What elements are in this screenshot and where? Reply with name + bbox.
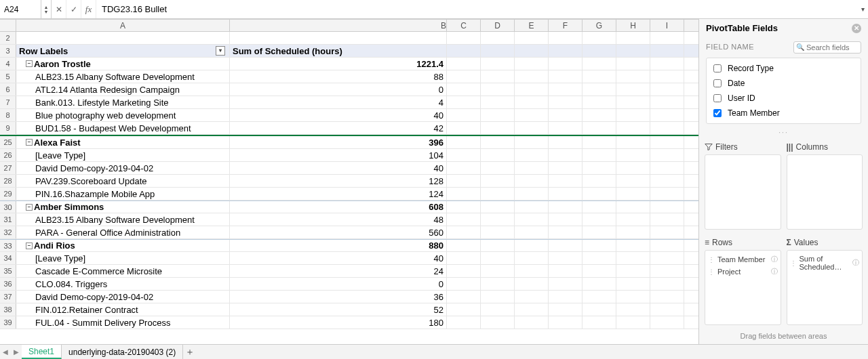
row-header[interactable]: 9 bbox=[0, 122, 16, 134]
cell[interactable] bbox=[549, 136, 583, 148]
field-checkbox[interactable] bbox=[713, 109, 722, 117]
cell[interactable] bbox=[481, 240, 515, 251]
cell[interactable] bbox=[616, 240, 650, 251]
cell[interactable]: 48 bbox=[230, 213, 447, 226]
cell[interactable]: BUD1.58 - Budapest Web Development bbox=[16, 122, 230, 134]
cell[interactable]: 180 bbox=[230, 316, 447, 329]
cell[interactable] bbox=[583, 96, 616, 108]
cell[interactable] bbox=[583, 252, 616, 264]
cell[interactable] bbox=[447, 303, 481, 316]
sheet-tab[interactable]: underlying-data-20190403 (2) bbox=[62, 345, 183, 359]
cell[interactable]: 36 bbox=[230, 291, 447, 303]
cell[interactable] bbox=[447, 32, 481, 44]
field-item[interactable]: Date bbox=[711, 76, 856, 91]
cell[interactable] bbox=[583, 58, 616, 70]
column-header[interactable]: B bbox=[230, 20, 447, 31]
cell[interactable]: 52 bbox=[230, 303, 447, 316]
cell[interactable] bbox=[650, 83, 684, 96]
column-header[interactable]: C bbox=[447, 20, 481, 31]
row-header[interactable]: 8 bbox=[0, 109, 16, 121]
column-header[interactable]: I bbox=[650, 20, 684, 31]
cell[interactable] bbox=[515, 136, 549, 148]
values-drop-area[interactable]: ⋮Sum of Scheduled…ⓘ bbox=[787, 250, 863, 325]
row-header[interactable]: 38 bbox=[0, 303, 16, 316]
cell[interactable]: FUL.04 - Summit Delivery Process bbox=[16, 316, 230, 329]
cell[interactable] bbox=[515, 316, 549, 329]
cell[interactable] bbox=[515, 149, 549, 161]
cell[interactable] bbox=[447, 122, 481, 134]
cell[interactable] bbox=[447, 96, 481, 108]
cell[interactable] bbox=[447, 45, 481, 57]
cell[interactable] bbox=[583, 303, 616, 316]
cell[interactable] bbox=[650, 213, 684, 226]
column-header[interactable]: D bbox=[481, 20, 515, 31]
row-header[interactable]: 30 bbox=[0, 201, 16, 213]
cell[interactable] bbox=[481, 278, 515, 290]
cell[interactable]: David Demo-copy-2019-04-02 bbox=[16, 162, 230, 174]
cell[interactable] bbox=[583, 201, 616, 213]
cell[interactable] bbox=[481, 226, 515, 238]
cell[interactable] bbox=[481, 58, 515, 70]
cell[interactable] bbox=[549, 201, 583, 213]
formula-expand-button[interactable]: ▾ bbox=[857, 5, 868, 13]
cell[interactable] bbox=[583, 32, 616, 44]
cell[interactable] bbox=[650, 226, 684, 238]
cell[interactable] bbox=[447, 136, 481, 148]
cell[interactable] bbox=[616, 109, 650, 121]
cell[interactable] bbox=[549, 213, 583, 226]
info-icon[interactable]: ⓘ bbox=[852, 258, 859, 268]
cell[interactable] bbox=[549, 252, 583, 264]
cell[interactable] bbox=[549, 70, 583, 83]
cell[interactable]: − Andi Rios bbox=[16, 240, 230, 251]
cell[interactable]: Blue photography web development bbox=[16, 109, 230, 121]
cell[interactable] bbox=[481, 96, 515, 108]
cell[interactable] bbox=[650, 291, 684, 303]
collapse-icon[interactable]: − bbox=[26, 204, 33, 211]
cell[interactable] bbox=[515, 70, 549, 83]
cell[interactable] bbox=[616, 278, 650, 290]
cell[interactable] bbox=[583, 83, 616, 96]
cell[interactable] bbox=[515, 32, 549, 44]
cell[interactable] bbox=[515, 265, 549, 277]
cell[interactable]: PAV.239.Scoreboard Update bbox=[16, 175, 230, 187]
cell[interactable] bbox=[549, 278, 583, 290]
cell[interactable]: 0 bbox=[230, 278, 447, 290]
cell[interactable] bbox=[481, 162, 515, 174]
cell[interactable]: Cascade E-Commerce Microsite bbox=[16, 265, 230, 277]
cell[interactable] bbox=[650, 96, 684, 108]
cell[interactable] bbox=[616, 226, 650, 238]
collapse-icon[interactable]: − bbox=[26, 139, 33, 146]
cell[interactable]: 1221.4 bbox=[230, 58, 447, 70]
cell[interactable] bbox=[515, 201, 549, 213]
pivot-close-button[interactable]: ✕ bbox=[852, 24, 861, 33]
cell[interactable] bbox=[583, 291, 616, 303]
cell[interactable] bbox=[583, 278, 616, 290]
cell[interactable] bbox=[549, 96, 583, 108]
cell[interactable] bbox=[583, 136, 616, 148]
cell[interactable] bbox=[616, 162, 650, 174]
cell[interactable] bbox=[515, 188, 549, 200]
cell[interactable] bbox=[650, 70, 684, 83]
row-header[interactable]: 3 bbox=[0, 45, 16, 57]
row-header[interactable]: 39 bbox=[0, 316, 16, 329]
area-pill[interactable]: ⋮Team Memberⓘ bbox=[708, 253, 778, 266]
formula-accept-button[interactable]: ✓ bbox=[66, 0, 81, 18]
cell[interactable]: Row Labels▾ bbox=[16, 45, 230, 57]
cell[interactable]: PARA - General Office Administration bbox=[16, 226, 230, 238]
cell[interactable] bbox=[616, 188, 650, 200]
column-header[interactable]: A bbox=[16, 20, 230, 31]
row-header[interactable]: 7 bbox=[0, 96, 16, 108]
field-checkbox[interactable] bbox=[713, 64, 722, 72]
cell[interactable] bbox=[583, 316, 616, 329]
cell[interactable] bbox=[447, 316, 481, 329]
cell[interactable] bbox=[650, 316, 684, 329]
cell[interactable]: ALB23.15 Albany Software Development bbox=[16, 213, 230, 226]
cell[interactable] bbox=[515, 213, 549, 226]
cell[interactable] bbox=[515, 58, 549, 70]
cell[interactable] bbox=[447, 162, 481, 174]
select-all-corner[interactable] bbox=[0, 20, 16, 31]
cell[interactable] bbox=[650, 240, 684, 251]
area-pill[interactable]: ⋮Projectⓘ bbox=[708, 266, 778, 278]
cell[interactable] bbox=[447, 188, 481, 200]
cell[interactable] bbox=[515, 83, 549, 96]
